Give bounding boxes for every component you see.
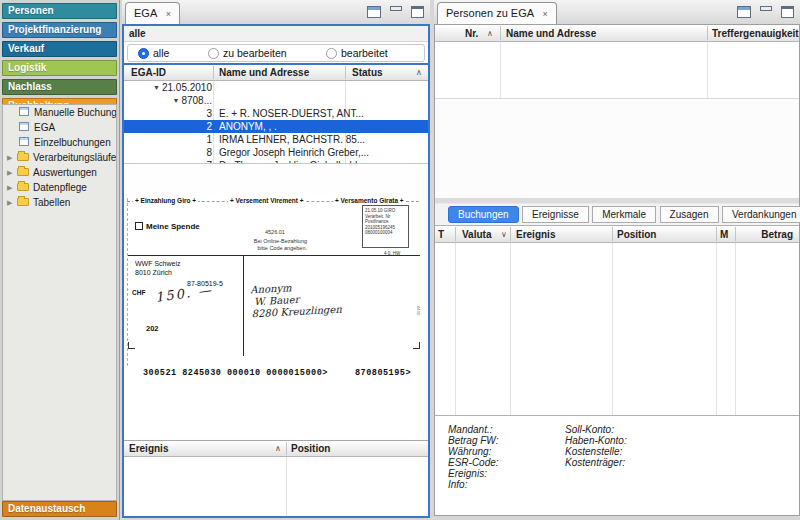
column-header-name[interactable]: Name und Adresse [506, 27, 596, 40]
column-header-nr[interactable]: Nr. [465, 27, 478, 40]
column-header-ega-id[interactable]: EGA-ID [131, 66, 166, 79]
minimize-icon[interactable] [760, 6, 772, 11]
column-header-treffergenauigkeit[interactable]: Treffergenauigkeit [712, 27, 799, 40]
sidebar-section-personen[interactable]: Personen [2, 3, 117, 19]
form-label-betrag-fw: Betrag FW: [448, 435, 499, 446]
sidebar-item-tabellen[interactable]: ▶ Tabellen [3, 195, 116, 210]
booking-detail-form: Mandant.: Betrag FW: Währung: ESR-Code: … [435, 416, 799, 515]
sidebar-item-ega[interactable]: EGA [3, 120, 116, 135]
ega-content: alle alle zu bearbeiten bearbeitet EGA-I… [122, 24, 430, 518]
slip-currency: CHF [132, 289, 145, 296]
tab-merkmale[interactable]: Merkmale [592, 206, 656, 223]
personen-tabbar: Personen zu EGA × [434, 0, 800, 25]
tree-item-label: Manuelle Buchungen [34, 105, 117, 120]
sidebar: Personen Projektfinanzierung Verkauf Log… [0, 0, 120, 520]
slip-title-de: + Einzahlung Giro + [133, 196, 198, 206]
sidebar-item-auswertungen[interactable]: ▶ Auswertungen [3, 165, 116, 180]
table-group-row-batch[interactable]: ▼8708... [124, 94, 428, 107]
slip-ocr-code-line: 300521 8245030 000010 0000015000> [143, 368, 328, 378]
column-header-betrag[interactable]: Betrag [761, 228, 793, 241]
sidebar-item-manuelle-buchungen[interactable]: Manuelle Buchungen [3, 105, 116, 120]
form-label-soll-konto: Soll-Konto: [565, 424, 614, 435]
cell-ega-id: 2 [124, 120, 212, 133]
folder-icon [17, 168, 29, 176]
event-table-body [124, 457, 428, 516]
folder-icon [17, 153, 29, 161]
folder-icon [17, 198, 29, 206]
minimize-icon[interactable] [390, 6, 402, 11]
table-group-row-date[interactable]: ▼21.05.2010 [124, 81, 428, 94]
cell-name: Gregor Joseph Heinrich Greber,... [219, 146, 426, 159]
tab-ereignisse[interactable]: Ereignisse [522, 206, 589, 223]
sidebar-section-projektfinanzierung[interactable]: Projektfinanzierung [2, 22, 117, 38]
ega-tabbar: EGA × [122, 0, 430, 25]
sidebar-item-verarbeitungslaeufe[interactable]: ▶ Verarbeitungsläufe [3, 150, 116, 165]
sidebar-section-logistik[interactable]: Logistik [2, 60, 117, 76]
radio-label: alle [153, 47, 169, 59]
radio-selected-icon [138, 48, 149, 59]
close-icon[interactable]: × [543, 9, 548, 19]
table-row[interactable]: 8 Gregor Joseph Heinrich Greber,... [124, 146, 428, 159]
table-row-selected[interactable]: 2 ANONYM, , . [124, 120, 428, 133]
slip-payee: WWF Schweiz 8010 Zürich [135, 259, 181, 277]
radio-alle[interactable]: alle [138, 47, 169, 59]
close-icon[interactable]: × [166, 9, 171, 19]
restore-icon[interactable] [737, 6, 751, 18]
table-row[interactable]: 1 IRMA LEHNER, BACHSTR. 85... [124, 133, 428, 146]
column-header-status[interactable]: Status [352, 66, 383, 79]
payment-slip-viewer: + Einzahlung Giro + + Versement Virement… [124, 163, 428, 440]
radio-group-box: alle zu bearbeiten bearbeitet [127, 44, 425, 62]
tree-item-label: Auswertungen [33, 165, 97, 180]
radio-label: bearbeitet [341, 47, 388, 59]
tree-expanded-icon[interactable]: ▼ [153, 84, 160, 91]
persons-view-blank-area [435, 99, 799, 198]
column-header-position[interactable]: Position [617, 228, 656, 241]
column-header-name[interactable]: Name und Adresse [219, 66, 309, 79]
column-header-position[interactable]: Position [291, 442, 330, 455]
radio-label: zu bearbeiten [223, 47, 287, 59]
column-header-ereignis[interactable]: Ereignis [129, 442, 168, 455]
filter-section-label: alle [124, 26, 428, 42]
cell-ega-id: 8 [124, 146, 212, 159]
cell-name: E. + R. NOSER-DUERST, ANT... [219, 107, 426, 120]
slip-handwritten-payer: Anonym W. Bauer 8280 Kreuzlingen [250, 280, 342, 321]
event-table-header: Ereignis ∧ Position [124, 440, 428, 457]
persons-table-header: Nr. ∧ Name und Adresse Treffergenauigkei… [435, 25, 799, 42]
column-header-ereignis[interactable]: Ereignis [516, 228, 555, 241]
maximize-icon[interactable] [781, 6, 794, 18]
tab-ega-label: EGA [134, 7, 157, 19]
radio-bearbeitet[interactable]: bearbeitet [326, 47, 388, 59]
tree-collapsed-arrow-icon[interactable]: ▶ [7, 165, 12, 180]
form-label-esr-code: ESR-Code: [448, 457, 499, 468]
tab-verdankungen[interactable]: Verdankungen [722, 206, 800, 223]
tree-expanded-icon[interactable]: ▼ [172, 97, 179, 104]
sidebar-section-nachlass[interactable]: Nachlass [2, 79, 117, 95]
restore-icon[interactable] [367, 6, 381, 18]
sidebar-item-datenpflege[interactable]: ▶ Datenpflege [3, 180, 116, 195]
maximize-icon[interactable] [411, 6, 424, 18]
form-label-haben-konto: Haben-Konto: [565, 435, 627, 446]
column-header-t[interactable]: T [438, 228, 444, 241]
form-label-ereignis: Ereignis: [448, 468, 487, 479]
radio-unselected-icon [208, 48, 219, 59]
filter-radio-group: alle zu bearbeiten bearbeitet [124, 42, 428, 63]
table-row[interactable]: 3 E. + R. NOSER-DUERST, ANT... [124, 107, 428, 120]
tab-ega[interactable]: EGA × [125, 2, 180, 25]
ega-table-header: EGA-ID Name und Adresse Status ∧ [124, 65, 428, 81]
tab-personen-label: Personen zu EGA [446, 7, 533, 19]
column-header-m[interactable]: M [720, 228, 728, 241]
tab-personen-zu-ega[interactable]: Personen zu EGA × [437, 2, 557, 25]
tree-collapsed-arrow-icon[interactable]: ▶ [7, 195, 12, 210]
sidebar-item-einzelbuchungen[interactable]: Einzelbuchungen [3, 135, 116, 150]
radio-zu-bearbeiten[interactable]: zu bearbeiten [208, 47, 287, 59]
sidebar-section-datenaustausch[interactable]: Datenaustausch [2, 501, 117, 517]
column-header-valuta[interactable]: Valuta [462, 228, 491, 241]
tab-zusagen[interactable]: Zusagen [660, 206, 719, 223]
group-row-label: 8708... [181, 95, 212, 106]
tree-collapsed-arrow-icon[interactable]: ▶ [7, 180, 12, 195]
tree-collapsed-arrow-icon[interactable]: ▶ [7, 150, 12, 165]
tree-item-label: EGA [34, 120, 55, 135]
tab-buchungen[interactable]: Buchungen [448, 206, 519, 223]
sidebar-section-verkauf[interactable]: Verkauf [2, 41, 117, 57]
bookings-table-header: T Valuta ∨ Ereignis Position M Betrag [435, 225, 799, 243]
